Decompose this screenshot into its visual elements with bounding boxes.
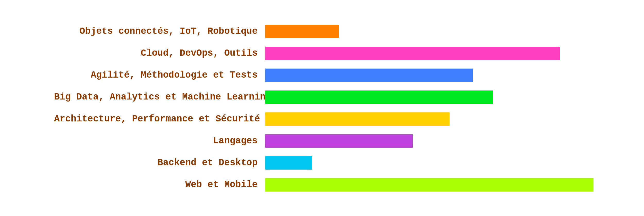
chart-row: Agilité, Méthodologie et Tests — [54, 64, 590, 86]
bar-label: Langages — [54, 136, 265, 146]
bar-label: Agilité, Méthodologie et Tests — [54, 70, 265, 80]
bar-area — [265, 112, 590, 126]
bar — [265, 178, 594, 192]
bar — [265, 156, 312, 170]
chart-container: Objets connectés, IoT, RobotiqueCloud, D… — [39, 10, 605, 206]
bar-label: Architecture, Performance et Sécurité — [54, 114, 265, 124]
bar-label: Objets connectés, IoT, Robotique — [54, 26, 265, 37]
bar-label: Backend et Desktop — [54, 157, 265, 168]
bar-area — [265, 25, 590, 38]
chart-row: Cloud, DevOps, Outils — [54, 42, 590, 64]
bar-area — [265, 134, 590, 148]
bar — [265, 90, 493, 104]
chart-row: Web et Mobile — [54, 174, 590, 196]
bar-label: Big Data, Analytics et Machine Learning — [54, 92, 265, 102]
bar-area — [265, 69, 590, 82]
bar — [265, 25, 339, 38]
chart-row: Langages — [54, 130, 590, 152]
bar — [265, 47, 560, 60]
bar — [265, 112, 450, 126]
chart-row: Big Data, Analytics et Machine Learning — [54, 86, 590, 108]
bar-area — [265, 178, 594, 192]
bar-label: Web et Mobile — [54, 179, 265, 190]
bar-label: Cloud, DevOps, Outils — [54, 48, 265, 59]
bar-area — [265, 47, 590, 60]
chart-row: Backend et Desktop — [54, 152, 590, 174]
chart-row: Architecture, Performance et Sécurité — [54, 108, 590, 130]
chart-row: Objets connectés, IoT, Robotique — [54, 20, 590, 42]
bar — [265, 134, 413, 148]
bar-area — [265, 90, 590, 104]
bar-area — [265, 156, 590, 170]
bar — [265, 69, 473, 82]
